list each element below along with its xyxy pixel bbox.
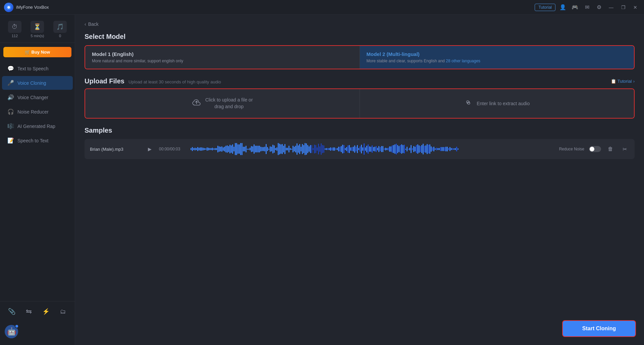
voice-cloning-label: Voice Cloning (17, 80, 46, 86)
start-cloning-wrapper: Start Cloning (562, 320, 636, 337)
link-icon (464, 98, 473, 109)
sidebar-item-voice-changer[interactable]: 🔊 Voice Changer (2, 90, 73, 104)
back-button[interactable]: ‹ Back (85, 21, 635, 27)
model2-card[interactable]: Model 2 (Multi-lingual) More stable and … (360, 46, 634, 69)
tutorial-link[interactable]: 📋 Tutorial › (611, 79, 635, 84)
upload-file-button[interactable]: Click to upload a file or drag and drop (85, 89, 360, 118)
model-selection-container: Model 1 (English) More natural and more … (85, 45, 635, 69)
text-to-speech-icon: 💬 (7, 65, 14, 72)
reduce-noise-toggle[interactable] (589, 146, 601, 152)
ai-rap-label: AI Generated Rap (17, 124, 55, 129)
maximize-button[interactable]: ❐ (619, 3, 628, 12)
samples-title: Samples (85, 127, 635, 134)
languages-link[interactable]: 28 other languages (446, 59, 480, 63)
sidebar-bottom: 📎 ⚡ 🗂 (0, 301, 75, 322)
titlebar: iMyFone VoxBox Tutorial 👤 🎮 ✉ ⚙ — ❐ ✕ (0, 0, 644, 15)
speech-to-text-icon: 📝 (7, 137, 14, 144)
upload-link-text: Enter link to extract audio (477, 101, 530, 106)
gamepad-icon[interactable]: 🎮 (570, 3, 580, 12)
noise-reducer-label: Noise Reducer (17, 109, 49, 115)
loop-icon[interactable] (23, 305, 35, 318)
sidebar-item-speech-to-text[interactable]: 📝 Speech to Text (2, 134, 73, 147)
select-model-title: Select Model (85, 33, 635, 41)
sidebar-item-noise-reducer[interactable]: 🎧 Noise Reducer (2, 105, 73, 119)
sidebar-item-text-to-speech[interactable]: 💬 Text to Speech (2, 62, 73, 75)
stat-characters: ⏱ 112 (8, 21, 21, 38)
stat-voices: 🎵 0 (53, 21, 67, 38)
upload-files-title: Upload Files (85, 77, 124, 85)
user-icon[interactable]: 👤 (558, 3, 568, 12)
sample-row: Brian (Male).mp3 ▶ 00:00/00:03 Reduce No… (85, 139, 635, 159)
model2-desc: More stable and clear, supports English … (367, 59, 628, 63)
briefcase-icon[interactable]: 🗂 (57, 305, 69, 318)
start-cloning-button[interactable]: Start Cloning (562, 320, 636, 337)
tutorial-chevron: › (633, 79, 635, 84)
minutes-value: 5 min(s) (31, 34, 44, 38)
voice-cloning-icon: 🎤 (7, 80, 14, 86)
delete-button[interactable]: 🗑 (606, 144, 615, 154)
tutorial-icon: 📋 (611, 79, 616, 84)
model1-name: Model 1 (English) (92, 51, 353, 57)
characters-value: 112 (12, 34, 18, 38)
play-button[interactable]: ▶ (145, 144, 154, 154)
app-logo (4, 3, 13, 12)
settings-icon[interactable]: ⚙ (594, 3, 604, 12)
back-label: Back (88, 21, 99, 27)
upload-link-button[interactable]: Enter link to extract audio (360, 89, 634, 118)
model2-name: Model 2 (Multi-lingual) (367, 51, 628, 57)
noise-reducer-icon: 🎧 (7, 109, 14, 115)
back-chevron-icon: ‹ (85, 21, 86, 27)
sidebar: ⏱ 112 ⏳ 5 min(s) 🎵 0 🛒 Buy Now 💬 Text to… (0, 15, 75, 345)
minutes-icon: ⏳ (31, 21, 44, 33)
tutorial-label: Tutorial (618, 79, 632, 84)
avatar: 🤖 (5, 325, 18, 338)
upload-file-text: Click to upload a file or drag and drop (205, 97, 253, 110)
upload-subtitle: Upload at least 30 seconds of high quali… (128, 79, 221, 84)
voices-value: 0 (59, 34, 61, 38)
svg-point-1 (7, 6, 10, 9)
sidebar-avatar-area: 🤖 (0, 322, 75, 342)
reduce-noise-label: Reduce Noise (559, 147, 584, 151)
avatar-badge (15, 324, 19, 328)
minimize-button[interactable]: — (606, 3, 616, 12)
main-content: ‹ Back Select Model Model 1 (English) Mo… (75, 15, 644, 345)
buy-now-button[interactable]: 🛒 Buy Now (3, 47, 71, 57)
model1-desc: More natural and more similar, support e… (92, 59, 353, 63)
speech-to-text-label: Speech to Text (17, 138, 48, 143)
toggle-knob (590, 147, 594, 151)
waveform-display (191, 142, 554, 156)
upload-header: Upload Files Upload at least 30 seconds … (85, 77, 635, 85)
close-button[interactable]: ✕ (631, 3, 640, 12)
scissors-button[interactable]: ✂ (620, 144, 629, 154)
upload-area: Click to upload a file or drag and drop … (85, 88, 635, 119)
mail-icon[interactable]: ✉ (582, 3, 592, 12)
characters-icon: ⏱ (8, 21, 21, 33)
sample-filename: Brian (Male).mp3 (90, 147, 140, 152)
crosshair-icon[interactable]: ⚡ (40, 305, 52, 318)
tutorial-button[interactable]: Tutorial (535, 4, 555, 11)
upload-cloud-icon (192, 98, 201, 109)
sidebar-item-voice-cloning[interactable]: 🎤 Voice Cloning (2, 76, 73, 90)
voice-changer-label: Voice Changer (17, 95, 48, 100)
stats-row: ⏱ 112 ⏳ 5 min(s) 🎵 0 (0, 18, 75, 43)
voice-changer-icon: 🔊 (7, 94, 14, 100)
text-to-speech-label: Text to Speech (17, 66, 49, 71)
stat-minutes: ⏳ 5 min(s) (31, 21, 44, 38)
ai-rap-icon: 🎼 (7, 123, 14, 129)
attachment-icon[interactable]: 📎 (6, 305, 18, 318)
upload-title-row: Upload Files Upload at least 30 seconds … (85, 77, 221, 85)
app-title: iMyFone VoxBox (16, 5, 535, 10)
sample-time: 00:00/00:03 (159, 147, 186, 151)
sidebar-item-ai-generated-rap[interactable]: 🎼 AI Generated Rap (2, 119, 73, 133)
model1-card[interactable]: Model 1 (English) More natural and more … (85, 46, 360, 69)
app-body: ⏱ 112 ⏳ 5 min(s) 🎵 0 🛒 Buy Now 💬 Text to… (0, 15, 644, 345)
voices-icon: 🎵 (53, 21, 67, 33)
titlebar-controls: Tutorial 👤 🎮 ✉ ⚙ — ❐ ✕ (535, 3, 640, 12)
